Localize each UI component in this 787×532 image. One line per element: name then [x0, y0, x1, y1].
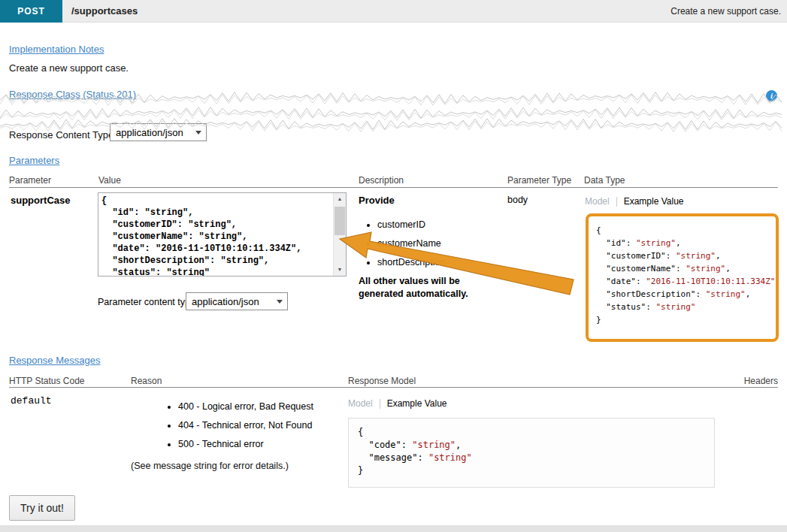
parameter-content-type-label: Parameter content type: — [98, 297, 198, 307]
response-messages-heading[interactable]: Response Messages — [9, 355, 100, 366]
table-header-divider — [9, 187, 778, 188]
parameter-content-type-select[interactable]: application/json — [186, 292, 288, 310]
parameter-value-editor: { "id": "string", "customerID": "string"… — [98, 192, 347, 277]
reason-note: (See message string for error details.) — [131, 461, 289, 471]
response-class-heading[interactable]: Response Class (Status 201) — [9, 89, 136, 100]
parameter-name: supportCase — [11, 195, 70, 206]
tab-model[interactable]: Model — [585, 196, 610, 207]
parameter-content-type-value: application/json — [192, 296, 259, 307]
column-header-headers: Headers — [744, 376, 778, 386]
json-line: "customerID": "string", — [596, 249, 768, 262]
scrollbar-thumb[interactable] — [334, 207, 345, 235]
footer-bar — [0, 525, 787, 532]
json-line: "status": "string" — [596, 301, 768, 313]
response-content-type-value: application/json — [116, 127, 183, 138]
column-header-status-code: HTTP Status Code — [9, 376, 85, 386]
column-header-parameter-type: Parameter Type — [507, 175, 571, 186]
json-line: } — [358, 464, 705, 477]
description-bullet-list: customerIDcustomerNameshortDescription — [359, 219, 445, 276]
textarea-scrollbar[interactable]: ▲ ▼ — [333, 193, 346, 276]
json-line: "customerName": "string", — [596, 262, 768, 275]
scroll-up-icon[interactable]: ▲ — [334, 193, 346, 205]
http-method-badge[interactable]: POST — [0, 0, 62, 23]
try-it-out-button[interactable]: Try it out! — [9, 495, 75, 521]
implementation-notes-text: Create a new support case. — [9, 62, 129, 74]
status-code-value: default — [11, 395, 52, 407]
chevron-down-icon — [195, 131, 201, 135]
tab-example-value[interactable]: Example Value — [624, 196, 684, 207]
json-line: "code": "string", — [358, 439, 705, 452]
list-item: 400 - Logical error, Bad Request — [178, 401, 313, 412]
operation-header[interactable]: POST /supportcases Create a new support … — [0, 0, 787, 23]
json-line: "shortDescription": "string", — [596, 288, 768, 301]
response-content-type-label: Response Content Type — [9, 129, 114, 141]
tab-model[interactable]: Model — [348, 398, 373, 409]
tab-example-value[interactable]: Example Value — [387, 398, 447, 409]
list-item: customerName — [377, 238, 445, 249]
response-model-json: { "code": "string", "message": "string"} — [358, 426, 705, 477]
json-line: "id": "string", — [596, 237, 768, 249]
tab-divider — [380, 399, 380, 409]
column-header-value: Value — [98, 175, 121, 186]
example-value-json: { "id": "string", "customerID": "string"… — [596, 224, 768, 326]
parameter-type-value: body — [507, 195, 528, 205]
json-line: } — [596, 313, 768, 326]
api-operation-panel: POST /supportcases Create a new support … — [0, 0, 787, 532]
description-intro: Provide — [359, 195, 395, 206]
info-icon[interactable]: i — [766, 90, 777, 101]
reason-bullet-list: 400 - Logical error, Bad Request404 - Te… — [159, 401, 313, 458]
description-note: All other values will be generated autom… — [359, 275, 488, 301]
scroll-down-icon[interactable]: ▼ — [334, 264, 346, 276]
response-model-tabs: Model Example Value — [348, 398, 447, 409]
response-content-type-select[interactable]: application/json — [110, 123, 207, 141]
json-line: { — [358, 426, 705, 439]
json-line: "date": "2016-11-10T10:10:11.334Z", — [596, 275, 768, 288]
api-path[interactable]: /supportcases — [71, 0, 138, 23]
column-header-data-type: Data Type — [584, 175, 625, 186]
json-line: { — [596, 224, 768, 237]
response-model-example-box: { "code": "string", "message": "string"} — [348, 418, 715, 488]
list-item: 404 - Technical error, Not Found — [178, 420, 313, 431]
list-item: customerID — [377, 219, 445, 230]
data-type-tabs: Model Example Value — [585, 196, 684, 207]
torn-edge — [0, 107, 787, 122]
implementation-notes-heading[interactable]: Implementation Notes — [9, 44, 104, 55]
example-value-box-annotated: { "id": "string", "customerID": "string"… — [586, 213, 779, 342]
list-item: shortDescription — [377, 257, 445, 268]
chevron-down-icon — [277, 300, 283, 304]
column-header-response-model: Response Model — [348, 376, 416, 386]
column-header-description: Description — [359, 175, 404, 186]
tab-divider — [616, 197, 617, 207]
list-item: 500 - Technical error — [178, 439, 313, 449]
table-header-divider — [9, 387, 778, 388]
column-header-reason: Reason — [131, 376, 162, 386]
json-line: "message": "string" — [358, 452, 705, 464]
column-header-parameter: Parameter — [9, 175, 51, 186]
parameters-heading[interactable]: Parameters — [9, 155, 59, 166]
parameter-body-input[interactable]: { "id": "string", "customerID": "string"… — [98, 193, 334, 276]
operation-summary: Create a new support case. — [670, 0, 781, 23]
